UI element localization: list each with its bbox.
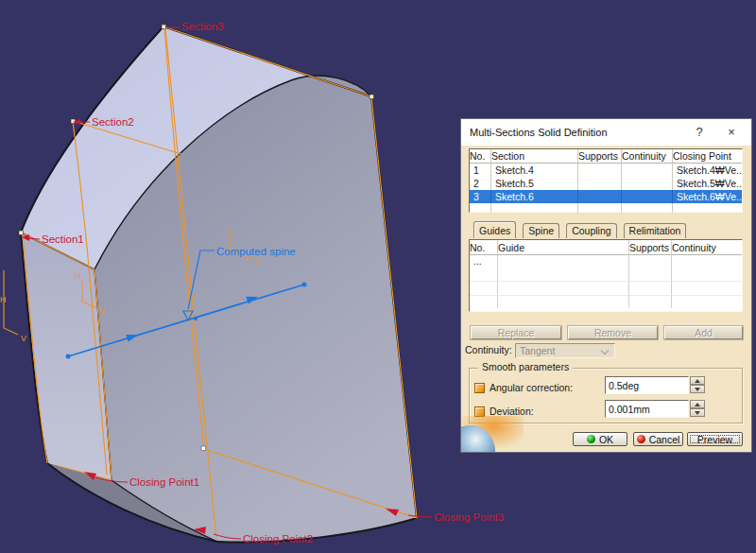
row1-closing-point[interactable]: Sketch.4₩Ve...	[673, 164, 742, 177]
section1-label: Section1	[42, 233, 84, 245]
guides-placeholder[interactable]: ...	[470, 255, 498, 268]
guides-table[interactable]: No. Guide Supports Continuity ...	[469, 239, 743, 312]
row3-supports[interactable]	[578, 190, 622, 203]
angular-correction-checkbox[interactable]	[474, 383, 485, 393]
row3-continuity[interactable]	[622, 190, 673, 203]
angular-correction-field	[605, 376, 689, 394]
dialog-titlebar[interactable]: Multi-Sections Solid Definition ? ×	[461, 119, 751, 146]
spinner-down-icon[interactable]	[690, 408, 705, 417]
axis-v-label: V	[254, 256, 260, 266]
closing-point2-label: Closing Point2	[243, 533, 313, 544]
deviation-field	[605, 400, 689, 418]
cancel-label: Cancel	[649, 434, 680, 445]
guides-empty-row	[470, 296, 742, 308]
axis-v-label: V	[99, 306, 105, 316]
continuity-value: Tangent	[520, 345, 555, 356]
spinner-up-icon[interactable]	[690, 400, 705, 408]
closing-point1-label: Closing Point1	[129, 476, 199, 488]
spinner-up-icon[interactable]	[690, 376, 705, 385]
col-no: No.	[470, 149, 491, 164]
axis-h-label: H	[75, 271, 81, 281]
col-closing-point: Closing Point	[673, 149, 742, 164]
gcol-guide: Guide	[498, 240, 629, 255]
sections-table[interactable]: No. Section Supports Continuity Closing …	[469, 148, 743, 213]
angular-correction-label: Angular correction:	[490, 382, 573, 393]
multi-sections-solid-definition-dialog: Multi-Sections Solid Definition ? × No. …	[461, 119, 751, 452]
tab-strip: Guides Spine Coupling Relimitation	[473, 221, 686, 238]
col-continuity: Continuity	[622, 149, 673, 164]
table-row-selected[interactable]: 3 Sketch.6 Sketch.6₩Ve...	[470, 190, 742, 203]
sections-table-header: No. Section Supports Continuity Closing …	[470, 149, 742, 164]
tab-guides[interactable]: Guides	[473, 221, 516, 238]
spine-point-marker	[201, 446, 206, 451]
row2-continuity[interactable]	[622, 177, 673, 190]
close-button[interactable]: ×	[717, 119, 746, 146]
table-row[interactable]: 1 Sketch.4 Sketch.4₩Ve...	[470, 164, 742, 177]
ok-green-icon	[587, 435, 595, 443]
row3-section[interactable]: Sketch.6	[491, 190, 578, 203]
row1-section[interactable]: Sketch.4	[491, 164, 578, 177]
col-supports: Supports	[578, 149, 622, 164]
computed-spine-label[interactable]: Computed spine	[216, 246, 296, 257]
row2-no[interactable]: 2	[470, 177, 491, 190]
angular-correction-input[interactable]	[606, 377, 688, 393]
closing-point3-label: Closing Point3	[434, 511, 504, 523]
guides-empty-row	[470, 282, 742, 296]
globe-icon	[461, 425, 495, 452]
help-button[interactable]: ?	[685, 119, 713, 146]
deviation-checkbox[interactable]	[474, 406, 485, 417]
axis-v-label: V	[21, 334, 26, 343]
section3-label: Section3	[181, 21, 224, 32]
tab-spine[interactable]: Spine	[523, 223, 559, 238]
gcol-continuity: Continuity	[672, 240, 742, 255]
deviation-spinner	[690, 400, 705, 418]
table-row[interactable]: 2 Sketch.5 Sketch.5₩Ve...	[470, 177, 742, 190]
row2-supports[interactable]	[578, 177, 622, 190]
ok-label: OK	[599, 434, 613, 445]
row1-supports[interactable]	[578, 164, 622, 177]
chevron-down-icon	[602, 348, 609, 354]
row1-no[interactable]: 1	[470, 164, 491, 177]
tab-coupling[interactable]: Coupling	[566, 223, 616, 238]
col-section: Section	[491, 149, 578, 164]
remove-button[interactable]: Remove	[568, 326, 658, 339]
smooth-parameters-title: Smooth parameters	[478, 361, 573, 372]
continuity-label: Continuity:	[465, 344, 512, 355]
cancel-button[interactable]: Cancel	[633, 432, 683, 446]
section2-label: Section2	[92, 116, 134, 128]
gcol-supports: Supports	[629, 240, 672, 255]
row3-no[interactable]: 3	[470, 190, 491, 203]
gcol-no: No.	[470, 240, 498, 255]
row2-section[interactable]: Sketch.5	[491, 177, 578, 190]
add-button[interactable]: Add	[664, 326, 743, 339]
ok-button[interactable]: OK	[573, 432, 627, 446]
tab-relimitation[interactable]: Relimitation	[624, 223, 687, 238]
cancel-red-icon	[637, 435, 645, 443]
deviation-label: Deviation:	[490, 406, 534, 417]
row2-closing-point[interactable]: Sketch.5₩Ve...	[673, 177, 742, 190]
preview-button[interactable]: Preview	[687, 432, 743, 446]
row1-continuity[interactable]	[622, 164, 673, 177]
guides-placeholder-row[interactable]: ...	[470, 255, 742, 268]
row3-closing-point[interactable]: Sketch.6₩Ve...	[673, 190, 742, 203]
spinner-down-icon[interactable]	[690, 385, 705, 393]
deviation-input[interactable]	[606, 401, 688, 417]
guides-table-header: No. Guide Supports Continuity	[470, 240, 742, 255]
dialog-title: Multi-Sections Solid Definition	[470, 119, 608, 146]
continuity-dropdown[interactable]: Tangent	[515, 343, 615, 358]
axis-h-label: H	[0, 295, 7, 304]
preview-label: Preview	[697, 434, 732, 445]
guides-empty-row	[470, 268, 742, 282]
replace-button[interactable]: Replace	[471, 326, 561, 339]
angular-correction-spinner	[690, 376, 705, 394]
table-filler	[470, 203, 742, 213]
